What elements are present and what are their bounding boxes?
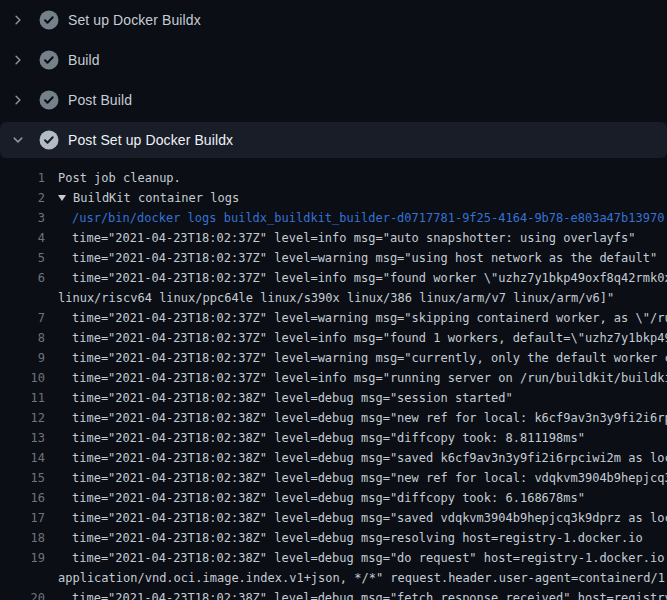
line-number[interactable]: 5 bbox=[0, 248, 45, 268]
log-text: time="2021-04-23T18:02:38Z" level=debug … bbox=[72, 468, 667, 488]
log-text: time="2021-04-23T18:02:37Z" level=warnin… bbox=[72, 348, 667, 368]
step-title: Post Set up Docker Buildx bbox=[68, 132, 233, 148]
log-text: time="2021-04-23T18:02:38Z" level=debug … bbox=[72, 548, 667, 568]
log-line: 17 time="2021-04-23T18:02:38Z" level=deb… bbox=[0, 508, 667, 528]
step-title: Build bbox=[68, 52, 100, 68]
log-text: time="2021-04-23T18:02:37Z" level=info m… bbox=[72, 368, 667, 388]
log-line: 6 time="2021-04-23T18:02:37Z" level=info… bbox=[0, 268, 667, 288]
log-text: /usr/bin/docker logs buildx_buildkit_bui… bbox=[72, 208, 664, 228]
log-line: 10 time="2021-04-23T18:02:37Z" level=inf… bbox=[0, 368, 667, 388]
line-number[interactable]: 16 bbox=[0, 488, 45, 508]
step-list: Set up Docker Buildx Build Post Build bbox=[0, 0, 667, 158]
line-number[interactable]: 8 bbox=[0, 328, 45, 348]
log-line: 12 time="2021-04-23T18:02:38Z" level=deb… bbox=[0, 408, 667, 428]
log-text: time="2021-04-23T18:02:37Z" level=warnin… bbox=[72, 308, 667, 328]
log-line: 18 time="2021-04-23T18:02:38Z" level=deb… bbox=[0, 528, 667, 548]
actions-log-viewer: Set up Docker Buildx Build Post Build bbox=[0, 0, 667, 600]
log-text: time="2021-04-23T18:02:38Z" level=debug … bbox=[72, 428, 585, 448]
log-text: Post job cleanup. bbox=[58, 168, 181, 188]
log-container: 1 Post job cleanup. 2 BuildKit container… bbox=[0, 168, 667, 600]
log-text: time="2021-04-23T18:02:37Z" level=info m… bbox=[72, 328, 667, 348]
log-text: time="2021-04-23T18:02:38Z" level=debug … bbox=[72, 508, 667, 528]
step-header-build[interactable]: Build bbox=[0, 40, 667, 80]
log-text: time="2021-04-23T18:02:38Z" level=debug … bbox=[72, 448, 667, 468]
chevron-right-icon bbox=[12, 94, 24, 106]
line-number[interactable]: 19 bbox=[0, 548, 45, 568]
line-number[interactable]: 6 bbox=[0, 268, 45, 288]
chevron-down-icon bbox=[12, 134, 24, 146]
log-line: 3 /usr/bin/docker logs buildx_buildkit_b… bbox=[0, 208, 667, 228]
log-line: 14 time="2021-04-23T18:02:38Z" level=deb… bbox=[0, 448, 667, 468]
line-number bbox=[0, 288, 45, 308]
log-text: time="2021-04-23T18:02:38Z" level=debug … bbox=[72, 588, 667, 600]
line-number[interactable]: 9 bbox=[0, 348, 45, 368]
log-line: 8 time="2021-04-23T18:02:37Z" level=info… bbox=[0, 328, 667, 348]
log-line: 1 Post job cleanup. bbox=[0, 168, 667, 188]
log-group-label: BuildKit container logs bbox=[73, 191, 239, 205]
log-text: time="2021-04-23T18:02:38Z" level=debug … bbox=[72, 488, 585, 508]
line-number[interactable]: 1 bbox=[0, 168, 45, 188]
log-text: time="2021-04-23T18:02:38Z" level=debug … bbox=[72, 408, 667, 428]
step-header-set-up-docker-buildx[interactable]: Set up Docker Buildx bbox=[0, 0, 667, 40]
step-header-post-set-up-docker-buildx[interactable]: Post Set up Docker Buildx bbox=[0, 122, 667, 158]
line-number[interactable]: 17 bbox=[0, 508, 45, 528]
line-number[interactable]: 15 bbox=[0, 468, 45, 488]
step-title: Post Build bbox=[68, 92, 132, 108]
log-line: 2 BuildKit container logs bbox=[0, 188, 667, 208]
line-number bbox=[0, 568, 45, 588]
log-line: 4 time="2021-04-23T18:02:37Z" level=info… bbox=[0, 228, 667, 248]
log-line: 19 time="2021-04-23T18:02:38Z" level=deb… bbox=[0, 548, 667, 568]
log-line: linux/riscv64 linux/ppc64le linux/s390x … bbox=[0, 288, 667, 308]
check-circle-icon bbox=[39, 10, 59, 30]
step-title: Set up Docker Buildx bbox=[68, 12, 201, 28]
line-number[interactable]: 4 bbox=[0, 228, 45, 248]
log-text: time="2021-04-23T18:02:38Z" level=debug … bbox=[72, 528, 643, 548]
log-line: 15 time="2021-04-23T18:02:38Z" level=deb… bbox=[0, 468, 667, 488]
log-line: 13 time="2021-04-23T18:02:38Z" level=deb… bbox=[0, 428, 667, 448]
line-number[interactable]: 2 bbox=[0, 188, 45, 208]
line-number[interactable]: 10 bbox=[0, 368, 45, 388]
check-circle-icon bbox=[39, 130, 59, 150]
line-number[interactable]: 20 bbox=[0, 588, 45, 600]
line-number[interactable]: 12 bbox=[0, 408, 45, 428]
check-circle-icon bbox=[39, 90, 59, 110]
line-number[interactable]: 3 bbox=[0, 208, 45, 228]
line-number[interactable]: 18 bbox=[0, 528, 45, 548]
line-number[interactable]: 7 bbox=[0, 308, 45, 328]
log-line: 20 time="2021-04-23T18:02:38Z" level=deb… bbox=[0, 588, 667, 600]
log-line: 9 time="2021-04-23T18:02:37Z" level=warn… bbox=[0, 348, 667, 368]
log-line: 7 time="2021-04-23T18:02:37Z" level=warn… bbox=[0, 308, 667, 328]
chevron-right-icon bbox=[12, 54, 24, 66]
line-number[interactable]: 13 bbox=[0, 428, 45, 448]
line-number[interactable]: 11 bbox=[0, 388, 45, 408]
log-group-toggle-icon[interactable] bbox=[58, 195, 66, 201]
log-text: time="2021-04-23T18:02:37Z" level=warnin… bbox=[72, 248, 657, 268]
log-text: time="2021-04-23T18:02:38Z" level=debug … bbox=[72, 388, 513, 408]
log-line: 16 time="2021-04-23T18:02:38Z" level=deb… bbox=[0, 488, 667, 508]
step-header-post-build[interactable]: Post Build bbox=[0, 80, 667, 120]
log-text: time="2021-04-23T18:02:37Z" level=info m… bbox=[72, 228, 636, 248]
chevron-right-icon bbox=[12, 14, 24, 26]
log-text: linux/riscv64 linux/ppc64le linux/s390x … bbox=[58, 288, 614, 308]
line-number[interactable]: 14 bbox=[0, 448, 45, 468]
log-text: application/vnd.oci.image.index.v1+json,… bbox=[58, 568, 667, 588]
check-circle-icon bbox=[39, 50, 59, 70]
log-line: 11 time="2021-04-23T18:02:38Z" level=deb… bbox=[0, 388, 667, 408]
log-line: application/vnd.oci.image.index.v1+json,… bbox=[0, 568, 667, 588]
log-text: BuildKit container logs bbox=[58, 188, 239, 208]
log-text: time="2021-04-23T18:02:37Z" level=info m… bbox=[72, 268, 667, 288]
log-line: 5 time="2021-04-23T18:02:37Z" level=warn… bbox=[0, 248, 667, 268]
